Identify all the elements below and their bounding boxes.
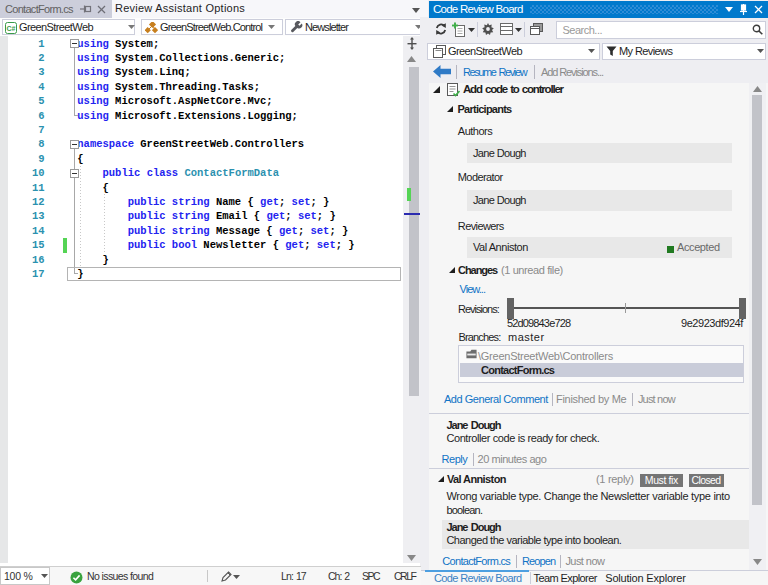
svg-text:C#: C#	[7, 25, 16, 32]
